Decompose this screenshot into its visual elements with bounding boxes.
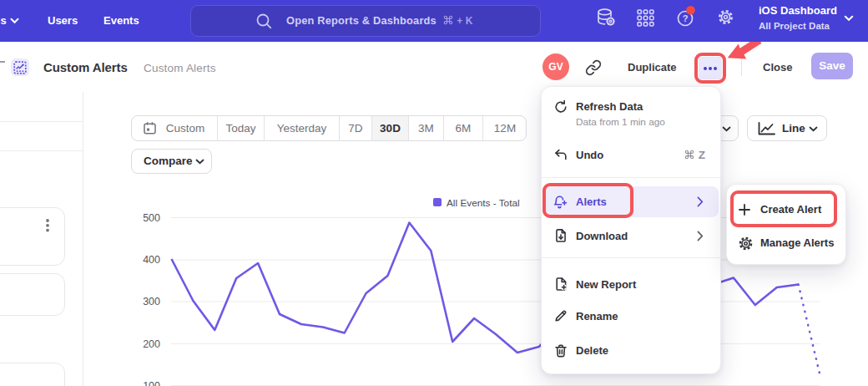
svg-text:?: ? (683, 13, 689, 23)
